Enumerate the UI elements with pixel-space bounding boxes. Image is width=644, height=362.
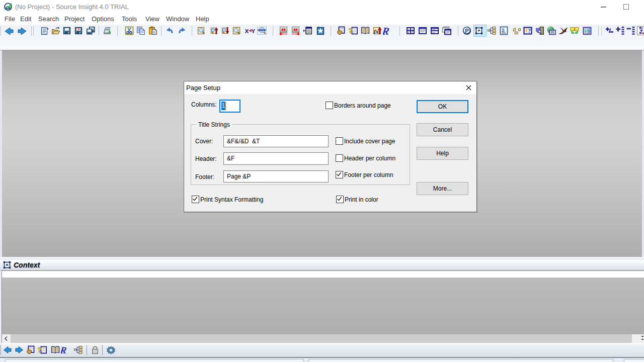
- svg-text:?: ?: [528, 28, 531, 34]
- svg-text:?: ?: [38, 346, 42, 354]
- svg-text:R: R: [383, 26, 390, 36]
- svg-text:S: S: [502, 27, 505, 33]
- svg-text:fx: fx: [374, 28, 379, 34]
- svg-text:X: X: [245, 28, 249, 34]
- svg-text:P: P: [465, 28, 468, 34]
- svg-text:?: ?: [349, 27, 353, 35]
- svg-text:www: www: [258, 28, 267, 32]
- svg-text:?: ?: [77, 27, 80, 33]
- svg-text:Y: Y: [252, 28, 256, 34]
- svg-text:R: R: [61, 345, 67, 355]
